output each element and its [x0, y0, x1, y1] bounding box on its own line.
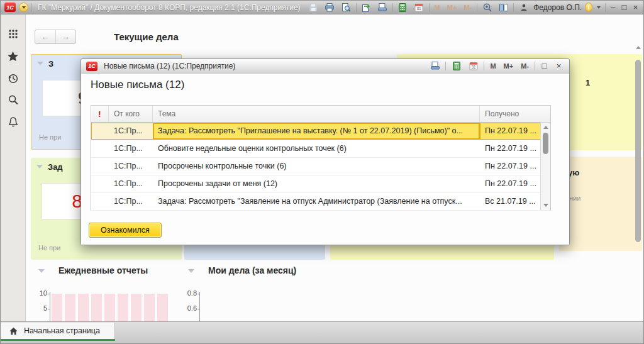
collapse-triangle-icon[interactable]	[37, 62, 43, 65]
dialog-body: Новые письма (12) ! От кого Тема Получен…	[81, 74, 569, 245]
importance-cell	[91, 193, 109, 210]
table-row[interactable]: 1С:Пр...Задача: Рассмотреть "Приглашение…	[91, 123, 550, 140]
toolbar-separator	[356, 3, 357, 12]
bar	[65, 294, 75, 321]
received-cell: Пн 22.07.19 ...	[480, 175, 541, 192]
tab-label: Начальная страница	[24, 326, 100, 335]
received-cell: Пн 22.07.19 ...	[480, 140, 541, 157]
app-window: 1С ГК "Меркурий" / Документооборот 8 КОР…	[0, 0, 644, 344]
table-scrollbar[interactable]	[540, 123, 550, 210]
search-icon[interactable]	[6, 93, 20, 107]
save-icon[interactable]	[307, 2, 320, 13]
dialog-maximize-button[interactable]: □	[539, 60, 550, 72]
close-button[interactable]: ×	[631, 2, 640, 13]
section-daily-reports-title: Ежедневные отчеты	[58, 265, 148, 275]
table-row[interactable]: 1С:Пр...Задача: Рассмотреть "Заявление н…	[91, 193, 550, 211]
menu-grid-icon[interactable]	[6, 27, 20, 41]
current-user-label[interactable]: Федоров О.П.	[533, 3, 582, 12]
scrollbar-thumb[interactable]	[635, 60, 641, 242]
open-windows-bar: Начальная страница	[1, 321, 643, 343]
column-received[interactable]: Получено	[480, 106, 541, 122]
daily-reports-chart: 10 5	[32, 282, 183, 321]
from-cell: 1С:Пр...	[109, 140, 153, 157]
column-subject[interactable]: Тема	[153, 106, 480, 122]
notifications-bell-icon[interactable]	[6, 115, 20, 129]
y-tick-label: 5	[32, 304, 47, 312]
memory-m-plus-button[interactable]: М+	[502, 62, 516, 70]
subject-cell: Просрочены контрольные точки (6)	[153, 158, 480, 175]
history-clock-icon[interactable]	[6, 71, 20, 85]
forward-button[interactable]: →	[55, 30, 76, 43]
print-icon[interactable]	[323, 2, 336, 13]
table-row[interactable]: 1С:Пр...Обновите недельные оценки контро…	[91, 140, 550, 158]
window-titlebar: 1С ГК "Меркурий" / Документооборот 8 КОР…	[1, 1, 643, 14]
column-from[interactable]: От кого	[109, 106, 153, 122]
info-icon[interactable]: i	[585, 3, 592, 12]
importance-cell	[91, 123, 109, 140]
memory-m-minus-button[interactable]: М-	[519, 62, 531, 70]
my-affairs-chart: 0.8 0.6	[182, 282, 257, 321]
scrollbar-thumb[interactable]	[543, 133, 548, 154]
favorites-star-icon[interactable]	[6, 49, 20, 63]
from-cell: 1С:Пр...	[109, 158, 153, 175]
zoom-icon[interactable]	[480, 2, 494, 13]
calculator-icon[interactable]	[396, 2, 409, 13]
collapse-triangle-icon[interactable]	[38, 269, 45, 273]
main-menu-dropdown-button[interactable]	[19, 3, 28, 12]
mail-table-rows: 1С:Пр...Задача: Рассмотреть "Приглашение…	[91, 123, 550, 211]
history-nav-buttons: ← →	[35, 30, 76, 44]
table-row[interactable]: 1С:Пр...Просрочены задачи от меня (12)Пн…	[91, 175, 550, 193]
bar	[157, 294, 168, 321]
chevron-down-icon[interactable]	[597, 6, 601, 9]
page-printer-icon[interactable]	[428, 60, 441, 72]
bar	[78, 294, 89, 321]
acknowledge-button[interactable]: Ознакомился	[89, 223, 162, 238]
scroll-up-icon[interactable]	[543, 126, 548, 129]
widget-caption: Не при	[39, 133, 61, 141]
user-icon	[517, 2, 530, 13]
svg-text:31: 31	[471, 65, 476, 69]
calendar-icon[interactable]: 31	[467, 60, 480, 72]
split-view-icon[interactable]	[497, 2, 510, 13]
home-icon	[9, 326, 18, 336]
toolbar-separator	[513, 3, 514, 12]
memory-m-button[interactable]: М	[488, 62, 497, 70]
content-scrollbar[interactable]	[634, 46, 642, 320]
subject-cell: Задача: Рассмотреть "Приглашение на выст…	[153, 123, 480, 140]
print-preview-icon[interactable]	[340, 2, 353, 13]
page-printer-icon[interactable]	[376, 2, 389, 13]
dialog-close-button[interactable]: ×	[553, 60, 564, 72]
memory-m-button[interactable]: М	[433, 4, 442, 11]
toolbar-separator	[31, 3, 32, 12]
widget-caption: нии	[569, 194, 580, 202]
minimize-button[interactable]: –	[609, 2, 617, 13]
memory-m-plus-button[interactable]: М+	[445, 4, 459, 11]
1c-logo-icon: 1С	[4, 3, 16, 12]
column-importance[interactable]: !	[91, 106, 109, 122]
scroll-up-icon[interactable]	[636, 46, 641, 49]
scroll-down-icon[interactable]	[543, 204, 548, 207]
table-row[interactable]: 1С:Пр...Просрочены контрольные точки (6)…	[91, 158, 550, 175]
1c-logo-icon: 1С	[86, 62, 97, 71]
calendar-icon[interactable]: 31	[413, 2, 426, 13]
tab-home-page[interactable]: Начальная страница	[1, 323, 115, 339]
dialog-titlebar[interactable]: 1С Новые письма (12) (1С:Предприятие) 31…	[81, 59, 569, 74]
collapse-triangle-icon[interactable]	[36, 165, 43, 169]
collapse-triangle-icon[interactable]	[188, 269, 194, 273]
widget-right-bottom[interactable]: ую нии	[559, 157, 642, 251]
page-title: Текущие дела	[114, 31, 179, 42]
back-button[interactable]: ←	[35, 30, 55, 43]
y-tick-label: 0.8	[182, 289, 197, 297]
memory-m-minus-button[interactable]: М-	[462, 4, 474, 11]
toolbar-separator	[484, 62, 484, 70]
toolbar-separator	[535, 62, 535, 70]
maximize-button[interactable]: □	[620, 2, 628, 13]
toolbar-separator	[605, 3, 606, 12]
y-tick-label: 10	[32, 289, 47, 297]
toolbar-separator	[445, 62, 446, 70]
window-title: ГК "Меркурий" / Документооборот 8 КОРП, …	[38, 3, 301, 12]
widget-caption: Не при	[38, 244, 60, 252]
daily-reports-bars	[52, 294, 183, 321]
export-icon[interactable]	[360, 2, 373, 13]
calculator-icon[interactable]	[450, 60, 463, 72]
